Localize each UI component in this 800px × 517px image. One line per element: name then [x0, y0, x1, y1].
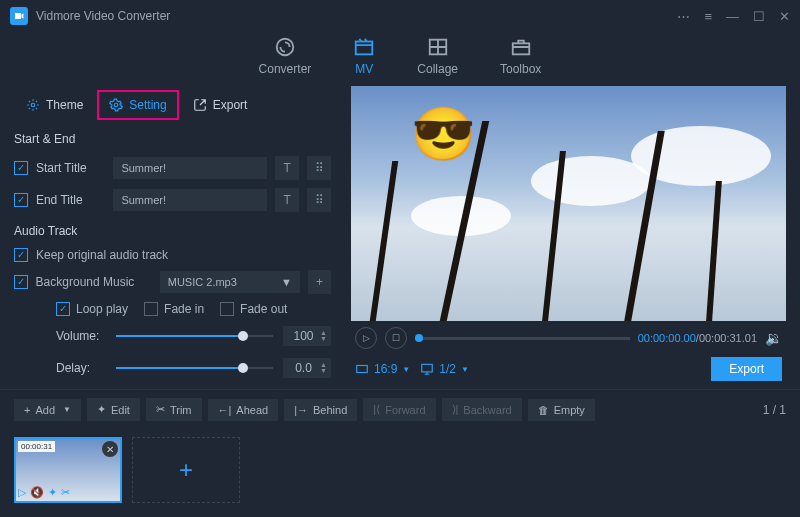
delay-value-box[interactable]: 0.0▲▼ [283, 358, 331, 378]
bg-music-checkbox[interactable] [14, 275, 28, 289]
minimize-icon[interactable]: — [726, 9, 739, 24]
end-title-label: End Title [36, 193, 105, 207]
feedback-icon[interactable]: ⋯ [677, 9, 690, 24]
volume-slider[interactable] [116, 329, 273, 343]
nav-converter[interactable]: Converter [259, 36, 312, 76]
page-indicator: 1 / 1 [763, 403, 786, 417]
clip-thumbnail[interactable]: 00:00:31 ✕ ▷ 🔇 ✦ ✂ [14, 437, 122, 503]
clip-duration: 00:00:31 [18, 441, 55, 452]
tab-setting[interactable]: Setting [97, 90, 178, 120]
delay-down-icon[interactable]: ▼ [320, 368, 327, 374]
stop-button[interactable]: ☐ [385, 327, 407, 349]
settings-panel: Theme Setting Export Start & End Start T… [0, 86, 345, 389]
end-title-text-style-button[interactable]: T [275, 188, 299, 212]
nav-mv-label: MV [355, 62, 373, 76]
bg-music-dropdown[interactable]: MUSIC 2.mp3 ▼ [160, 271, 300, 293]
end-title-options-button[interactable]: ⠿ [307, 188, 331, 212]
add-music-button[interactable]: + [308, 270, 331, 294]
section-start-end: Start & End [0, 124, 345, 152]
keep-audio-checkbox[interactable] [14, 248, 28, 262]
clip-mute-icon[interactable]: 🔇 [30, 486, 44, 499]
aspect-ratio-dropdown[interactable]: 16:9 ▼ [355, 362, 410, 376]
timeline-scrubber[interactable] [415, 337, 630, 340]
collage-icon [427, 36, 449, 58]
bg-music-label: Background Music [36, 275, 152, 289]
svg-rect-7 [422, 364, 433, 372]
section-audio-track: Audio Track [0, 216, 345, 244]
trash-icon: 🗑 [538, 404, 549, 416]
start-title-options-button[interactable]: ⠿ [307, 156, 331, 180]
svg-point-0 [277, 39, 294, 56]
nav-collage-label: Collage [417, 62, 458, 76]
time-total: /00:00:31.01 [696, 332, 757, 344]
sun-sticker-icon: 😎 [411, 104, 476, 165]
trim-button[interactable]: ✂Trim [146, 398, 202, 421]
menu-icon[interactable]: ≡ [704, 9, 712, 24]
backward-icon: ⟩| [452, 403, 459, 416]
app-logo-icon [10, 7, 28, 25]
loop-checkbox[interactable] [56, 302, 70, 316]
svg-rect-1 [356, 42, 373, 55]
end-title-input[interactable] [113, 189, 267, 211]
edit-button[interactable]: ✦Edit [87, 398, 140, 421]
nav-toolbox-label: Toolbox [500, 62, 541, 76]
screen-size-dropdown[interactable]: 1/2 ▼ [420, 362, 469, 376]
add-button[interactable]: +Add▼ [14, 399, 81, 421]
tab-theme[interactable]: Theme [16, 90, 93, 120]
export-button[interactable]: Export [711, 357, 782, 381]
titlebar: Vidmore Video Converter ⋯ ≡ — ☐ ✕ [0, 0, 800, 32]
keep-audio-label: Keep original audio track [36, 248, 168, 262]
volume-down-icon[interactable]: ▼ [320, 336, 327, 342]
mv-icon [353, 36, 375, 58]
play-button[interactable]: ▷ [355, 327, 377, 349]
behind-icon: |→ [294, 404, 308, 416]
app-title: Vidmore Video Converter [36, 9, 677, 23]
bg-music-value: MUSIC 2.mp3 [168, 276, 237, 288]
fadeout-checkbox[interactable] [220, 302, 234, 316]
delay-label: Delay: [56, 361, 106, 375]
fadein-checkbox[interactable] [144, 302, 158, 316]
start-title-text-style-button[interactable]: T [275, 156, 299, 180]
nav-converter-label: Converter [259, 62, 312, 76]
backward-button[interactable]: ⟩|Backward [442, 398, 522, 421]
time-current: 00:00:00.00 [638, 332, 696, 344]
chevron-down-icon: ▼ [63, 405, 71, 414]
svg-rect-6 [357, 366, 368, 373]
svg-point-5 [115, 103, 119, 107]
clip-edit-icon[interactable]: ✦ [48, 486, 57, 499]
nav-mv[interactable]: MV [353, 36, 375, 76]
maximize-icon[interactable]: ☐ [753, 9, 765, 24]
behind-button[interactable]: |→Behind [284, 399, 357, 421]
toolbox-icon [510, 36, 532, 58]
edit-icon: ✦ [97, 403, 106, 416]
start-title-checkbox[interactable] [14, 161, 28, 175]
chevron-down-icon: ▼ [461, 365, 469, 374]
chevron-down-icon: ▼ [402, 365, 410, 374]
tab-theme-label: Theme [46, 98, 83, 112]
loop-label: Loop play [76, 302, 128, 316]
converter-icon [274, 36, 296, 58]
plus-icon: + [24, 404, 30, 416]
clip-play-icon[interactable]: ▷ [18, 486, 26, 499]
remove-clip-button[interactable]: ✕ [102, 441, 118, 457]
forward-button[interactable]: |⟨Forward [363, 398, 435, 421]
clip-strip: 00:00:31 ✕ ▷ 🔇 ✦ ✂ + [0, 429, 800, 517]
nav-collage[interactable]: Collage [417, 36, 458, 76]
start-title-input[interactable] [113, 157, 267, 179]
delay-slider[interactable] [116, 361, 273, 375]
fadein-label: Fade in [164, 302, 204, 316]
svg-rect-3 [512, 43, 529, 54]
volume-icon[interactable]: 🔉 [765, 330, 782, 346]
end-title-checkbox[interactable] [14, 193, 28, 207]
clip-trim-icon[interactable]: ✂ [61, 486, 70, 499]
start-title-label: Start Title [36, 161, 105, 175]
tab-export[interactable]: Export [183, 90, 258, 120]
add-clip-slot[interactable]: + [132, 437, 240, 503]
tab-setting-label: Setting [129, 98, 166, 112]
chevron-down-icon: ▼ [281, 276, 292, 288]
volume-value-box[interactable]: 100▲▼ [283, 326, 331, 346]
nav-toolbox[interactable]: Toolbox [500, 36, 541, 76]
empty-button[interactable]: 🗑Empty [528, 399, 595, 421]
ahead-button[interactable]: ←|Ahead [208, 399, 279, 421]
close-icon[interactable]: ✕ [779, 9, 790, 24]
